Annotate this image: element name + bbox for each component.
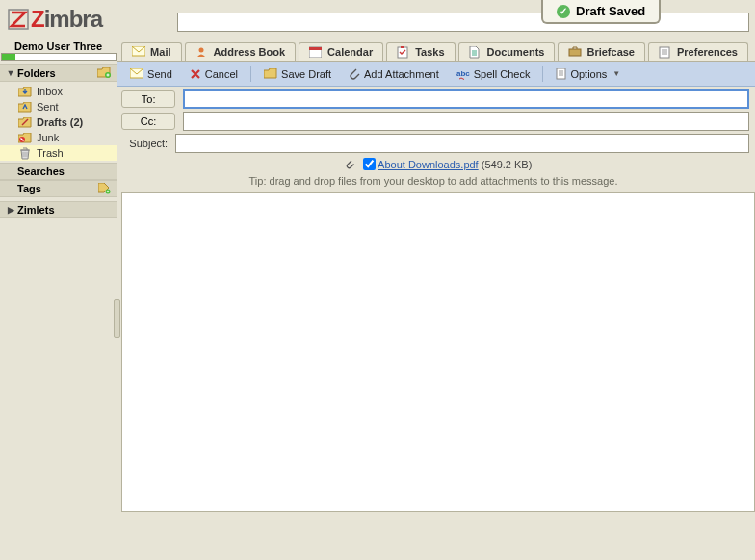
btn-label: Save Draft: [281, 68, 331, 80]
cancel-button[interactable]: Cancel: [183, 65, 245, 83]
save-draft-button[interactable]: Save Draft: [257, 65, 338, 83]
folder-label: Trash: [37, 147, 64, 159]
tab-label: Address Book: [214, 46, 286, 58]
new-tag-icon[interactable]: [98, 183, 111, 194]
tab-label: Tasks: [415, 46, 444, 58]
btn-label: Options: [570, 68, 607, 80]
paperclip-icon: [345, 159, 355, 170]
tab-mail[interactable]: Mail: [121, 42, 181, 61]
folders-label: Folders: [17, 67, 56, 79]
user-block: Demo User Three: [0, 38, 117, 64]
tasks-icon: [397, 46, 410, 58]
check-icon: ✓: [557, 5, 570, 18]
save-icon: [264, 68, 277, 79]
folder-drafts[interactable]: Drafts (2): [0, 115, 117, 130]
paperclip-icon: [349, 67, 360, 80]
contacts-icon: [195, 46, 209, 58]
searches-section-header[interactable]: Searches: [0, 163, 117, 180]
junk-icon: [17, 131, 33, 144]
tab-documents[interactable]: Documents: [458, 42, 556, 61]
folders-section-header[interactable]: ▼ Folders: [0, 64, 117, 82]
tab-label: Calendar: [327, 46, 373, 58]
btn-label: Spell Check: [474, 68, 531, 80]
svg-rect-7: [309, 47, 322, 50]
message-body-editor[interactable]: [121, 192, 755, 512]
options-button[interactable]: Options ▼: [549, 65, 627, 83]
tab-label: Documents: [487, 46, 545, 58]
logo: Zimbra: [0, 0, 171, 38]
folder-label: Drafts (2): [37, 116, 83, 128]
search-input[interactable]: [177, 13, 749, 32]
folder-inbox[interactable]: Inbox: [0, 84, 117, 99]
spell-check-button[interactable]: abc Spell Check: [450, 65, 537, 83]
btn-label: To:: [142, 93, 156, 105]
tab-label: Briefcase: [586, 46, 635, 58]
chevron-down-icon: ▼: [612, 69, 620, 78]
sidebar-splitter[interactable]: [114, 299, 120, 338]
to-button[interactable]: To:: [121, 90, 175, 108]
trash-icon: [17, 146, 33, 160]
tab-calendar[interactable]: Calendar: [299, 42, 383, 61]
brand-text: Zimbra: [31, 6, 102, 33]
svg-point-5: [198, 48, 203, 53]
cancel-icon: [190, 68, 201, 80]
tags-section-header[interactable]: Tags: [0, 180, 117, 197]
new-folder-icon[interactable]: [97, 67, 111, 79]
btn-label: Send: [147, 68, 172, 80]
separator: [250, 66, 251, 82]
tab-tasks[interactable]: Tasks: [386, 42, 455, 61]
send-icon: [130, 68, 143, 79]
attachment-link[interactable]: About Downloads.pdf: [378, 159, 479, 170]
zimbra-logo-icon: [8, 9, 29, 30]
app-tabs: Mail Address Book Calendar Tasks Documen…: [117, 38, 755, 62]
tab-address-book[interactable]: Address Book: [185, 42, 297, 61]
tab-preferences[interactable]: Preferences: [648, 42, 748, 61]
inbox-icon: [17, 85, 33, 98]
preferences-icon: [659, 46, 672, 58]
folder-trash[interactable]: Trash: [0, 145, 117, 161]
draft-saved-badge: ✓ Draft Saved: [541, 0, 661, 24]
svg-rect-10: [569, 49, 581, 56]
compose-toolbar: Send Cancel Save Draft Add Attachment ab…: [117, 62, 755, 87]
main-panel: Mail Address Book Calendar Tasks Documen…: [117, 38, 755, 560]
tab-briefcase[interactable]: Briefcase: [558, 42, 645, 61]
mail-icon: [132, 46, 145, 58]
folder-sent[interactable]: Sent: [0, 99, 117, 115]
attachment-checkbox[interactable]: [363, 158, 376, 170]
draft-saved-text: Draft Saved: [576, 4, 645, 18]
svg-rect-9: [401, 46, 404, 48]
subject-label: Subject:: [121, 138, 175, 149]
folder-junk[interactable]: Junk: [0, 130, 117, 145]
attachment-tip: Tip: drag and drop files from your deskt…: [117, 172, 749, 192]
searches-label: Searches: [17, 165, 65, 177]
attachment-row: About Downloads.pdf (549.2 KB): [117, 156, 749, 172]
folder-label: Junk: [37, 132, 59, 143]
calendar-icon: [309, 46, 323, 58]
add-attachment-button[interactable]: Add Attachment: [342, 64, 446, 83]
cc-button[interactable]: Cc:: [121, 113, 175, 130]
btn-label: Cancel: [205, 68, 238, 80]
drafts-icon: [17, 115, 33, 129]
zimlets-section-header[interactable]: ▶ Zimlets: [0, 201, 117, 218]
user-name: Demo User Three: [0, 40, 117, 52]
briefcase-icon: [568, 46, 582, 58]
btn-label: Cc:: [141, 115, 157, 127]
subject-input[interactable]: [175, 134, 749, 153]
chevron-down-icon: ▼: [6, 68, 15, 78]
compose-form: To: Cc: Subject: About Downloads.pdf (54…: [117, 87, 755, 192]
tab-label: Mail: [150, 46, 170, 58]
sent-icon: [17, 100, 33, 114]
attachment-size: (549.2 KB): [482, 159, 533, 170]
to-input[interactable]: [183, 89, 749, 109]
svg-text:abc: abc: [456, 69, 470, 78]
cc-input[interactable]: [183, 112, 749, 131]
spellcheck-icon: abc: [456, 68, 470, 80]
tags-label: Tags: [17, 183, 41, 194]
send-button[interactable]: Send: [123, 65, 179, 83]
tab-label: Preferences: [677, 46, 738, 58]
quota-bar: [1, 53, 117, 61]
zimlets-label: Zimlets: [17, 204, 55, 216]
chevron-right-icon: ▶: [6, 205, 15, 215]
btn-label: Add Attachment: [364, 68, 439, 80]
folder-label: Inbox: [37, 86, 63, 97]
